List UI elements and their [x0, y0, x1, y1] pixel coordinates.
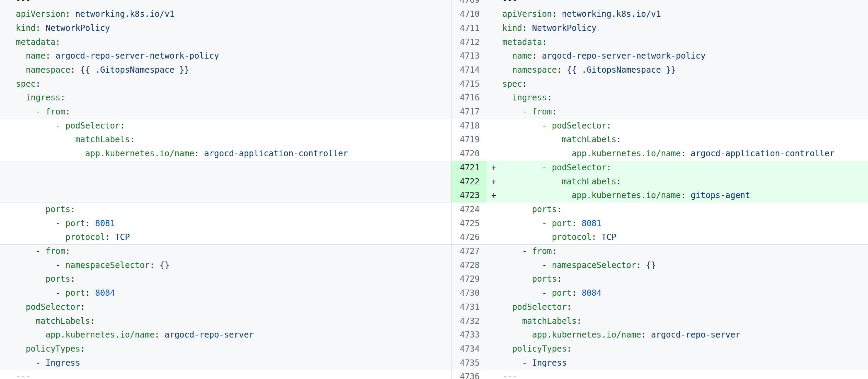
new-code-cell: matchLabels:	[486, 133, 868, 147]
old-code-cell: app.kubernetes.io/name: argocd-repo-serv…	[0, 328, 451, 342]
diff-row: - podSelector:4718 - podSelector:	[0, 119, 868, 133]
diff-row: 4722+ matchLabels:	[0, 175, 868, 189]
old-code-cell: kind: NetworkPolicy	[0, 21, 451, 35]
new-line-number[interactable]: 4732	[451, 314, 486, 328]
diff-row: 4721+ - podSelector:	[0, 161, 868, 175]
code-line: spec:	[502, 79, 527, 89]
new-code-cell: ports:	[486, 203, 868, 217]
code-line: - port: 8084	[16, 288, 115, 298]
new-code-cell: ---	[486, 0, 868, 7]
new-line-number[interactable]: 4711	[451, 21, 486, 35]
added-line-marker: +	[491, 188, 496, 203]
diff-row: - Ingress4735 - Ingress	[0, 356, 868, 370]
new-line-number[interactable]: 4720	[451, 147, 486, 161]
new-code-cell: + matchLabels:	[486, 175, 868, 189]
new-line-number[interactable]: 4719	[451, 133, 486, 147]
old-code-cell: - from:	[0, 105, 451, 119]
diff-row: - port: 80814725 - port: 8081	[0, 217, 868, 231]
code-line: apiVersion: networking.k8s.io/v1	[502, 9, 661, 19]
new-line-number[interactable]: 4724	[451, 203, 486, 217]
diff-row: matchLabels:4719 matchLabels:	[0, 133, 868, 147]
new-line-number[interactable]: 4723	[451, 188, 486, 203]
old-code-cell: apiVersion: networking.k8s.io/v1	[0, 7, 451, 21]
new-code-cell: name: argocd-repo-server-network-policy	[486, 49, 868, 63]
new-line-number[interactable]: 4721	[451, 161, 486, 175]
new-line-number[interactable]: 4715	[451, 77, 486, 91]
code-line: protocol: TCP	[16, 232, 130, 242]
code-line: ports:	[502, 274, 562, 284]
diff-row: ports:4724 ports:	[0, 203, 868, 217]
new-code-cell: + app.kubernetes.io/name: gitops-agent	[486, 188, 868, 203]
new-line-number[interactable]: 4728	[451, 258, 486, 272]
new-code-cell: + - podSelector:	[486, 161, 868, 175]
code-line: ---	[16, 372, 31, 379]
new-line-number[interactable]: 4713	[451, 49, 486, 63]
old-code-cell: ingress:	[0, 91, 451, 105]
code-line: ingress:	[502, 93, 552, 102]
diff-row: podSelector:4731 podSelector:	[0, 300, 868, 314]
code-line: metadata:	[502, 37, 547, 47]
new-line-number[interactable]: 4716	[451, 91, 486, 105]
code-line: ingress:	[16, 93, 66, 102]
new-code-cell: app.kubernetes.io/name: argocd-repo-serv…	[486, 328, 868, 342]
new-line-number[interactable]: 4722	[451, 175, 486, 189]
new-line-number[interactable]: 4710	[451, 7, 486, 21]
code-line: podSelector:	[502, 302, 572, 312]
new-line-number[interactable]: 4730	[451, 286, 486, 300]
code-line: app.kubernetes.io/name: gitops-agent	[502, 191, 750, 200]
new-line-number[interactable]: 4709	[451, 0, 486, 7]
diff-row: - namespaceSelector: {}4728 - namespaceS…	[0, 258, 868, 272]
new-code-cell: - Ingress	[486, 356, 868, 370]
code-line: app.kubernetes.io/name: argocd-repo-serv…	[502, 330, 740, 340]
old-code-cell: matchLabels:	[0, 133, 451, 147]
diff-row: ports:4729 ports:	[0, 272, 868, 286]
new-line-number[interactable]: 4729	[451, 272, 486, 286]
added-line-marker: +	[491, 161, 496, 175]
code-line: - from:	[16, 246, 70, 256]
diff-row: - port: 80844730 - port: 8084	[0, 286, 868, 300]
new-code-cell: matchLabels:	[486, 314, 868, 328]
old-empty-placeholder-cell	[0, 188, 451, 203]
new-code-cell: ports:	[486, 272, 868, 286]
new-line-number[interactable]: 4734	[451, 342, 486, 356]
old-code-cell: spec:	[0, 77, 451, 91]
diff-row: - from:4717 - from:	[0, 105, 868, 119]
code-line: apiVersion: networking.k8s.io/v1	[16, 9, 174, 19]
code-line: namespace: {{ .GitopsNamespace }}	[16, 65, 189, 75]
new-line-number[interactable]: 4714	[451, 63, 486, 77]
new-line-number[interactable]: 4733	[451, 328, 486, 342]
code-line: metadata:	[16, 37, 60, 47]
diff-row: ingress:4716 ingress:	[0, 91, 868, 105]
diff-row: kind: NetworkPolicy4711kind: NetworkPoli…	[0, 21, 868, 35]
new-line-number[interactable]: 4726	[451, 230, 486, 244]
code-line: name: argocd-repo-server-network-policy	[16, 51, 219, 61]
new-line-number[interactable]: 4727	[451, 244, 486, 258]
new-code-cell: - namespaceSelector: {}	[486, 258, 868, 272]
new-line-number[interactable]: 4725	[451, 217, 486, 231]
new-line-number[interactable]: 4717	[451, 105, 486, 119]
code-line: namespace: {{ .GitopsNamespace }}	[502, 65, 676, 75]
code-line: app.kubernetes.io/name: argocd-repo-serv…	[16, 330, 254, 340]
diff-row: protocol: TCP4726 protocol: TCP	[0, 230, 868, 244]
new-code-cell: - port: 8084	[486, 286, 868, 300]
code-line: - Ingress	[502, 358, 567, 368]
code-line: app.kubernetes.io/name: argocd-applicati…	[16, 149, 348, 158]
new-line-number[interactable]: 4735	[451, 356, 486, 370]
new-line-number[interactable]: 4718	[451, 119, 486, 133]
new-line-number[interactable]: 4731	[451, 300, 486, 314]
code-line: matchLabels:	[502, 316, 582, 326]
code-line: - podSelector:	[16, 121, 125, 131]
old-code-cell: - port: 8084	[0, 286, 451, 300]
code-line: - from:	[16, 107, 70, 117]
code-line: protocol: TCP	[502, 232, 616, 242]
code-line: ports:	[16, 205, 75, 214]
new-code-cell: ---	[486, 370, 868, 379]
new-code-cell: - podSelector:	[486, 119, 868, 133]
new-line-number[interactable]: 4736	[451, 370, 486, 379]
code-line: kind: NetworkPolicy	[16, 23, 110, 33]
old-code-cell: metadata:	[0, 35, 451, 49]
diff-row: namespace: {{ .GitopsNamespace }}4714 na…	[0, 63, 868, 77]
code-line: - from:	[502, 107, 557, 117]
diff-row: apiVersion: networking.k8s.io/v14710apiV…	[0, 7, 868, 21]
new-line-number[interactable]: 4712	[451, 35, 486, 49]
